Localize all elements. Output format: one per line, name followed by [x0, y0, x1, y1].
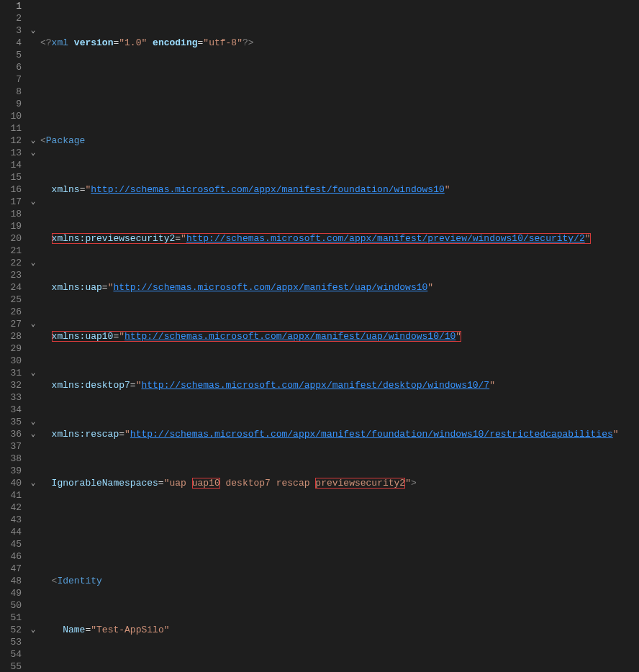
fold-toggle[interactable]: ⌄ [26, 135, 40, 147]
line-number: 36 [0, 428, 22, 440]
fold-toggle[interactable]: ⌄ [26, 416, 40, 428]
fold-toggle[interactable]: ⌄ [26, 367, 40, 379]
line-number: 2 [0, 12, 22, 24]
line-number: 8 [0, 86, 22, 98]
line-number: 39 [0, 465, 22, 477]
line-number: 50 [0, 599, 22, 612]
fold-gutter: ⌄⌄⌄⌄⌄⌄⌄⌄⌄⌄⌄ [26, 0, 40, 672]
line-number-gutter: 1234567891011121314151617181920212223242… [0, 0, 26, 672]
line-number: 41 [0, 489, 22, 501]
code-area[interactable]: <?xml version="1.0" encoding="utf-8"?> <… [40, 0, 639, 672]
highlight-xmlns-uap10: xmlns:uap10="http://schemas.microsoft.co… [52, 331, 462, 342]
chevron-down-icon: ⌄ [31, 318, 36, 330]
line-number: 16 [0, 183, 22, 196]
line-number: 32 [0, 379, 22, 391]
chevron-down-icon: ⌄ [31, 24, 36, 37]
line-number: 24 [0, 281, 22, 294]
line-number: 21 [0, 245, 22, 257]
line-number: 3 [0, 24, 22, 37]
line-number: 1 [0, 0, 22, 12]
line-number: 29 [0, 342, 22, 355]
line-number: 45 [0, 538, 22, 550]
line-number: 28 [0, 330, 22, 342]
line-number: 31 [0, 367, 22, 379]
line-number: 49 [0, 587, 22, 599]
chevron-down-icon: ⌄ [31, 477, 36, 489]
line-number: 51 [0, 612, 22, 624]
line-number: 55 [0, 660, 22, 672]
line-number: 25 [0, 294, 22, 306]
chevron-down-icon: ⌄ [31, 428, 36, 440]
fold-toggle[interactable]: ⌄ [26, 147, 40, 159]
chevron-down-icon: ⌄ [31, 624, 36, 636]
line-number: 44 [0, 526, 22, 538]
line-number: 37 [0, 440, 22, 453]
fold-toggle[interactable]: ⌄ [26, 318, 40, 330]
line-number: 9 [0, 98, 22, 110]
line-number: 12 [0, 135, 22, 147]
line-number: 13 [0, 147, 22, 159]
line-number: 38 [0, 453, 22, 465]
line-number: 5 [0, 49, 22, 61]
line-number: 17 [0, 196, 22, 208]
fold-toggle[interactable]: ⌄ [26, 477, 40, 489]
line-number: 46 [0, 550, 22, 563]
fold-toggle[interactable]: ⌄ [26, 428, 40, 440]
line-number: 6 [0, 61, 22, 73]
fold-toggle[interactable]: ⌄ [26, 257, 40, 269]
highlight-ign-uap10: uap10 [192, 478, 220, 489]
chevron-down-icon: ⌄ [31, 196, 36, 208]
line-number: 52 [0, 624, 22, 636]
line-number: 20 [0, 232, 22, 245]
line-number: 10 [0, 110, 22, 122]
line-number: 30 [0, 355, 22, 367]
line-number: 40 [0, 477, 22, 489]
fold-toggle[interactable]: ⌄ [26, 196, 40, 208]
line-number: 19 [0, 220, 22, 232]
line-number: 27 [0, 318, 22, 330]
highlight-xmlns-previewsecurity2: xmlns:previewsecurity2="http://schemas.m… [52, 233, 591, 244]
chevron-down-icon: ⌄ [31, 147, 36, 159]
line-number: 53 [0, 636, 22, 648]
chevron-down-icon: ⌄ [31, 135, 36, 147]
line-number: 22 [0, 257, 22, 269]
line-number: 26 [0, 306, 22, 318]
chevron-down-icon: ⌄ [31, 416, 36, 428]
line-number: 34 [0, 404, 22, 416]
line-number: 18 [0, 208, 22, 220]
line-number: 11 [0, 122, 22, 135]
line-number: 7 [0, 73, 22, 86]
line-number: 15 [0, 171, 22, 183]
code-editor: 1234567891011121314151617181920212223242… [0, 0, 639, 672]
line-number: 54 [0, 648, 22, 660]
fold-toggle[interactable]: ⌄ [26, 624, 40, 636]
line-number: 48 [0, 575, 22, 587]
line-number: 4 [0, 37, 22, 49]
line-number: 43 [0, 514, 22, 526]
line-number: 35 [0, 416, 22, 428]
chevron-down-icon: ⌄ [31, 367, 36, 379]
line-number: 42 [0, 501, 22, 514]
chevron-down-icon: ⌄ [31, 257, 36, 269]
line-number: 14 [0, 159, 22, 171]
line-number: 23 [0, 269, 22, 281]
highlight-ign-ps2: previewsecurity2 [315, 478, 405, 489]
line-number: 33 [0, 391, 22, 404]
line-number: 47 [0, 563, 22, 575]
fold-toggle[interactable]: ⌄ [26, 24, 40, 37]
